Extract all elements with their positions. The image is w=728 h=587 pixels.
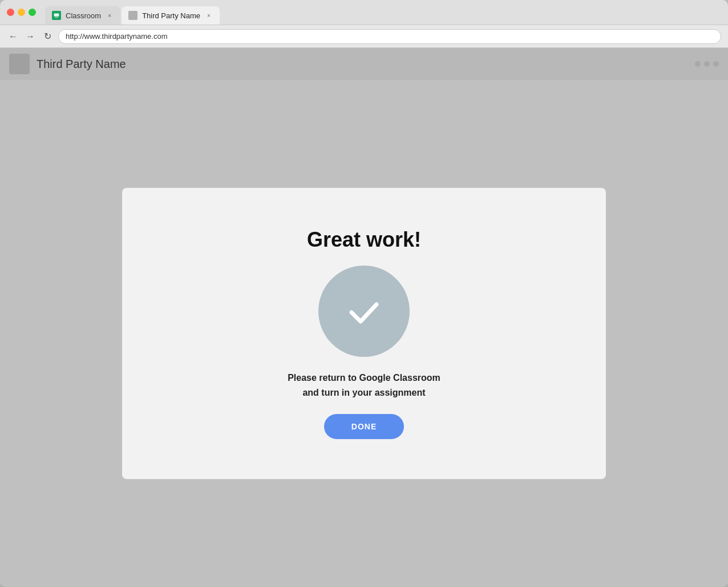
classroom-favicon	[52, 11, 61, 20]
done-button[interactable]: DONE	[324, 414, 404, 439]
tabs-area: Classroom × Third Party Name ×	[45, 0, 220, 25]
checkmark-icon	[341, 288, 387, 334]
svg-rect-1	[54, 14, 59, 17]
app-title: Third Party Name	[37, 58, 126, 71]
third-party-favicon	[128, 11, 137, 20]
card-title: Great work!	[307, 228, 421, 252]
app-header-left: Third Party Name	[9, 54, 126, 74]
app-logo	[9, 54, 30, 74]
app-header: Third Party Name	[0, 48, 728, 80]
tab-classroom[interactable]: Classroom ×	[45, 6, 120, 25]
card-message: Please return to Google Classroom and tu…	[288, 371, 440, 400]
reload-button[interactable]: ↻	[41, 30, 54, 43]
close-window-button[interactable]	[7, 9, 14, 16]
tab-classroom-close[interactable]: ×	[106, 11, 114, 19]
minimize-window-button[interactable]	[18, 9, 25, 16]
browser-frame: Classroom × Third Party Name × ← → ↻ Thi…	[0, 0, 728, 587]
page-content: Great work! Please return to Google Clas…	[0, 80, 728, 587]
tab-third-party-label: Third Party Name	[142, 11, 200, 20]
back-button[interactable]: ←	[7, 30, 19, 43]
checkmark-circle	[318, 266, 410, 357]
svg-rect-2	[55, 17, 58, 18]
header-dot-3	[713, 61, 719, 67]
header-dot-1	[695, 61, 701, 67]
card-message-line2: and turn in your assignment	[288, 385, 440, 400]
address-input[interactable]	[58, 29, 721, 44]
app-header-dots	[695, 61, 719, 67]
header-dot-2	[704, 61, 710, 67]
tab-classroom-label: Classroom	[66, 11, 101, 20]
card-message-line1: Please return to Google Classroom	[288, 371, 440, 385]
forward-button[interactable]: →	[24, 30, 37, 43]
completion-card: Great work! Please return to Google Clas…	[122, 188, 606, 479]
title-bar: Classroom × Third Party Name ×	[0, 0, 728, 25]
tab-third-party[interactable]: Third Party Name ×	[122, 6, 220, 25]
traffic-lights	[7, 9, 36, 16]
maximize-window-button[interactable]	[29, 9, 36, 16]
address-bar-row: ← → ↻	[0, 25, 728, 48]
tab-third-party-close[interactable]: ×	[205, 11, 213, 19]
